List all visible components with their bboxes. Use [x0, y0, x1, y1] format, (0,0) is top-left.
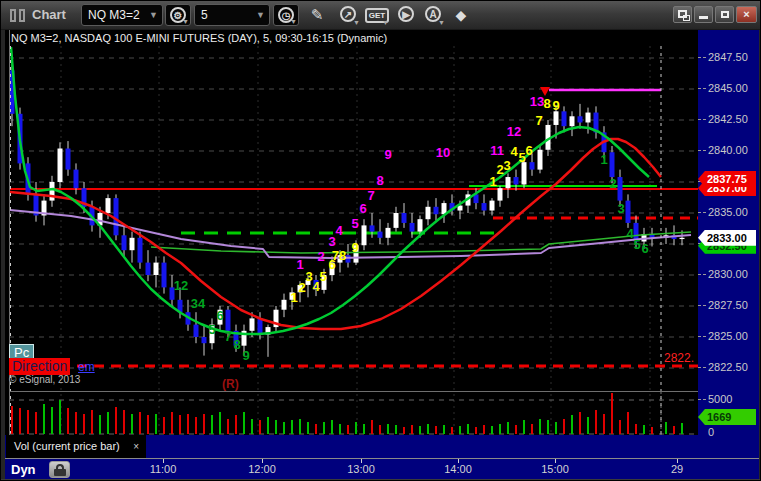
price-tick-label: 2835.00 [708, 206, 748, 218]
restore-window-button[interactable] [673, 6, 692, 23]
dyn-mode-label[interactable]: Dyn [11, 462, 36, 477]
draw-tool-button[interactable]: ✎ [304, 4, 330, 26]
tab-volume-study[interactable]: Vol (current price bar) × [6, 435, 146, 458]
svg-text:1: 1 [290, 290, 297, 305]
play-button[interactable]: ▶ [393, 4, 419, 26]
esignal-copyright: © eSignal, 2013 [9, 374, 80, 385]
volume-tick-dash [698, 399, 706, 400]
chart-symbol-title: NQ M3=2, NASDAQ 100 E-MINI FUTURES (DAY)… [11, 32, 387, 44]
price-tick-dash [698, 305, 706, 306]
restore-icon [678, 10, 687, 18]
direction-link[interactable]: em [78, 360, 95, 374]
chevron-down-icon: ▼ [382, 19, 389, 26]
price-tick-label: 2845.00 [708, 82, 748, 94]
window-title: Chart [32, 7, 66, 22]
eraser-icon: ◆ [456, 7, 467, 23]
price-tick-dash [698, 88, 706, 89]
chevron-down-icon: ▼ [353, 19, 360, 26]
time-label-12:00: 12:00 [240, 463, 284, 475]
svg-text:8: 8 [376, 173, 383, 188]
time-label-11:00: 11:00 [141, 463, 185, 475]
price-tick-dash [698, 119, 706, 120]
price-tick-dash [698, 336, 706, 337]
time-label-14:00: 14:00 [436, 463, 480, 475]
svg-text:5: 5 [351, 216, 358, 231]
svg-text:5: 5 [319, 269, 326, 284]
price-axis[interactable]: 2847.502845.002842.502840.002837.502835.… [698, 30, 759, 458]
volume-tick-zero: 0 [708, 426, 714, 438]
svg-text:7: 7 [224, 329, 231, 344]
line-tool-button[interactable]: ↗ ▼ [335, 4, 361, 26]
price-tag-2837.75: 2837.75 [698, 171, 756, 187]
svg-text:8: 8 [543, 96, 550, 111]
symbol-combobox[interactable]: NQ M3=2 ▼ [81, 4, 163, 26]
symbol-settings-button[interactable]: ⚙ ▼ [165, 4, 191, 26]
interval-value: 5 [201, 8, 208, 22]
svg-text:6: 6 [216, 308, 223, 323]
close-icon: × [743, 8, 749, 20]
chart-header: NQ M3=2, NASDAQ 100 E-MINI FUTURES (DAY)… [5, 30, 698, 46]
time-label-15:00: 15:00 [533, 463, 577, 475]
minimize-icon [699, 16, 708, 19]
svg-text:6: 6 [641, 241, 648, 256]
direction-study-badge: Direction [9, 358, 70, 375]
time-label-13:00: 13:00 [339, 463, 383, 475]
lock-button[interactable] [49, 461, 70, 478]
candlestick-chart[interactable]: 1234567891234567891234567891011121312345… [9, 46, 698, 435]
time-axis-bar[interactable]: Dyn 11:0012:0013:0014:0015:0029 [5, 458, 759, 479]
svg-text:1: 1 [600, 152, 607, 167]
svg-text:5: 5 [208, 322, 215, 337]
chevron-down-icon: ▼ [438, 19, 445, 26]
svg-text:6: 6 [525, 143, 532, 158]
support-line-price-label: 2822. [664, 351, 694, 365]
svg-text:2: 2 [317, 249, 324, 264]
svg-text:9: 9 [384, 147, 391, 162]
chart-window: Chart NQ M3=2 ▼ ⚙ ▼ 5 ▼ ◷ ▼ ✎ ↗ ▼ GET ▼ … [0, 0, 761, 481]
svg-text:78: 78 [332, 248, 346, 263]
price-tick-dash [698, 212, 706, 213]
svg-text:11: 11 [490, 143, 504, 158]
volume-chart[interactable] [9, 391, 698, 435]
price-tick-dash [698, 367, 706, 368]
get-data-button[interactable]: GET ▼ [364, 4, 390, 26]
svg-text:10: 10 [436, 145, 450, 160]
price-tick-label: 2825.00 [708, 330, 748, 342]
auto-annotate-button[interactable]: A ▼ [420, 4, 446, 26]
symbol-value: NQ M3=2 [88, 8, 140, 22]
svg-text:2: 2 [609, 176, 616, 191]
svg-text:5: 5 [633, 237, 640, 252]
svg-text:9: 9 [351, 240, 358, 255]
close-tab-icon[interactable]: × [133, 436, 139, 458]
svg-text:13: 13 [530, 94, 544, 109]
svg-text:12: 12 [174, 278, 188, 293]
price-tag-2833.00: 2833.00 [698, 230, 756, 246]
volume-tag-current: 1669 [698, 409, 756, 425]
chevron-down-icon: ▼ [256, 5, 265, 25]
eraser-button[interactable]: ◆ [448, 4, 474, 26]
minimize-window-button[interactable] [694, 6, 713, 23]
pane-separator[interactable] [9, 391, 698, 392]
svg-text:4: 4 [510, 144, 518, 159]
close-window-button[interactable]: × [736, 6, 757, 23]
window-titlebar[interactable]: Chart NQ M3=2 ▼ ⚙ ▼ 5 ▼ ◷ ▼ ✎ ↗ ▼ GET ▼ … [1, 1, 761, 30]
svg-text:9: 9 [552, 98, 559, 113]
time-template-button[interactable]: ◷ ▼ [273, 4, 299, 26]
price-tick-label: 2840.00 [708, 144, 748, 156]
interval-combobox[interactable]: 5 ▼ [194, 4, 270, 26]
time-label-29: 29 [655, 463, 699, 475]
svg-text:4: 4 [335, 223, 343, 238]
chart-window-icon [10, 9, 26, 22]
play-icon: ▶ [398, 6, 414, 22]
chevron-down-icon: ▼ [149, 5, 158, 25]
price-tick-label: 2830.00 [708, 268, 748, 280]
svg-text:8: 8 [233, 337, 240, 352]
maximize-window-button[interactable] [715, 6, 734, 23]
svg-text:34: 34 [191, 296, 206, 311]
price-tick-label: 2822.50 [708, 361, 748, 373]
svg-text:1: 1 [296, 257, 303, 272]
chevron-down-icon: ▼ [290, 18, 297, 25]
volume-tick-5000: 5000 [708, 393, 732, 405]
svg-text:12: 12 [507, 124, 521, 139]
svg-text:7: 7 [535, 113, 542, 128]
price-tick-label: 2847.50 [708, 51, 748, 63]
